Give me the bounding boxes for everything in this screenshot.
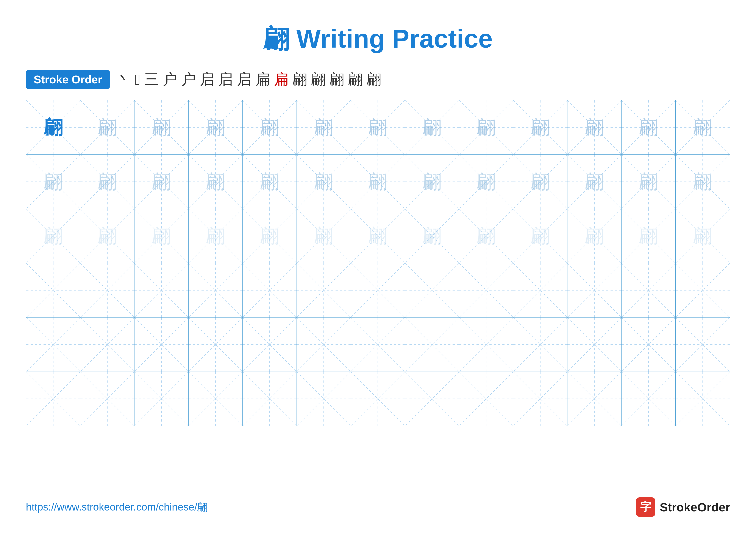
cell-r5-c11[interactable] — [567, 318, 622, 371]
cell-r5-c7[interactable] — [351, 318, 405, 371]
cell-r3-c4[interactable]: 翩 — [189, 209, 243, 263]
cell-r4-c1[interactable] — [26, 263, 80, 317]
cell-r2-c4[interactable]: 翩 — [189, 155, 243, 209]
cell-r3-c9[interactable]: 翩 — [459, 209, 513, 263]
stroke-3: 三 — [144, 69, 159, 89]
footer: https://www.strokeorder.com/chinese/翩 字 … — [26, 497, 730, 517]
cell-r5-c13[interactable] — [676, 318, 730, 371]
cell-r1-c3[interactable]: 翩 — [134, 100, 189, 154]
cell-r5-c10[interactable] — [513, 318, 567, 371]
cell-r5-c2[interactable] — [80, 318, 134, 371]
cell-r1-c10[interactable]: 翩 — [513, 100, 567, 154]
cell-r2-c1[interactable]: 翩 — [26, 155, 80, 209]
cell-r1-c11[interactable]: 翩 — [567, 100, 622, 154]
char-r2-c6: 翩 — [314, 172, 333, 191]
cell-r2-c7[interactable]: 翩 — [351, 155, 405, 209]
cell-r2-c8[interactable]: 翩 — [405, 155, 459, 209]
cell-r4-c10[interactable] — [513, 263, 567, 317]
cell-r1-c6[interactable]: 翩 — [297, 100, 351, 154]
char-r3-c3: 翩 — [152, 227, 171, 245]
cell-r1-c4[interactable]: 翩 — [189, 100, 243, 154]
cell-r2-c6[interactable]: 翩 — [297, 155, 351, 209]
char-r2-c12: 翩 — [639, 172, 658, 191]
cell-r5-c5[interactable] — [243, 318, 297, 371]
stroke-13: 翩 — [330, 69, 344, 89]
cell-r6-c7[interactable] — [351, 372, 405, 426]
char-r1-c13: 翩 — [693, 118, 712, 137]
footer-url-link[interactable]: https://www.strokeorder.com/chinese/翩 — [26, 500, 207, 514]
cell-r6-c8[interactable] — [405, 372, 459, 426]
cell-r2-c9[interactable]: 翩 — [459, 155, 513, 209]
cell-r6-c6[interactable] — [297, 372, 351, 426]
cell-r5-c8[interactable] — [405, 318, 459, 371]
cell-r2-c3[interactable]: 翩 — [134, 155, 189, 209]
grid-row-5 — [26, 318, 730, 372]
char-r1-c11: 翩 — [585, 118, 604, 137]
cell-r2-c11[interactable]: 翩 — [567, 155, 622, 209]
cell-r6-c4[interactable] — [189, 372, 243, 426]
cell-r4-c3[interactable] — [134, 263, 189, 317]
cell-r6-c11[interactable] — [567, 372, 622, 426]
cell-r3-c5[interactable]: 翩 — [243, 209, 297, 263]
cell-r6-c13[interactable] — [676, 372, 730, 426]
cell-r1-c5[interactable]: 翩 — [243, 100, 297, 154]
cell-r3-c2[interactable]: 翩 — [80, 209, 134, 263]
cell-r5-c4[interactable] — [189, 318, 243, 371]
cell-r4-c4[interactable] — [189, 263, 243, 317]
cell-r5-c12[interactable] — [622, 318, 676, 371]
cell-r5-c9[interactable] — [459, 318, 513, 371]
cell-r6-c3[interactable] — [134, 372, 189, 426]
cell-r6-c5[interactable] — [243, 372, 297, 426]
cell-r1-c12[interactable]: 翩 — [622, 100, 676, 154]
grid-row-4 — [26, 263, 730, 318]
char-r2-c13: 翩 — [693, 172, 712, 191]
char-r3-c8: 翩 — [422, 227, 442, 245]
cell-r1-c8[interactable]: 翩 — [405, 100, 459, 154]
cell-r3-c10[interactable]: 翩 — [513, 209, 567, 263]
cell-r4-c2[interactable] — [80, 263, 134, 317]
cell-r4-c8[interactable] — [405, 263, 459, 317]
cell-r6-c9[interactable] — [459, 372, 513, 426]
cell-r4-c11[interactable] — [567, 263, 622, 317]
cell-r6-c12[interactable] — [622, 372, 676, 426]
cell-r4-c6[interactable] — [297, 263, 351, 317]
cell-r1-c2[interactable]: 翩 — [80, 100, 134, 154]
cell-r2-c10[interactable]: 翩 — [513, 155, 567, 209]
cell-r1-c7[interactable]: 翩 — [351, 100, 405, 154]
char-r1-c6: 翩 — [314, 118, 333, 137]
cell-r3-c1[interactable]: 翩 — [26, 209, 80, 263]
cell-r1-c13[interactable]: 翩 — [676, 100, 730, 154]
cell-r1-c1[interactable]: 翩 — [26, 100, 80, 154]
char-r1-c10: 翩 — [531, 118, 550, 137]
cell-r4-c12[interactable] — [622, 263, 676, 317]
cell-r2-c2[interactable]: 翩 — [80, 155, 134, 209]
char-r3-c12: 翩 — [639, 227, 658, 245]
cell-r3-c3[interactable]: 翩 — [134, 209, 189, 263]
cell-r1-c9[interactable]: 翩 — [459, 100, 513, 154]
cell-r6-c10[interactable] — [513, 372, 567, 426]
cell-r4-c7[interactable] — [351, 263, 405, 317]
cell-r5-c3[interactable] — [134, 318, 189, 371]
cell-r3-c7[interactable]: 翩 — [351, 209, 405, 263]
cell-r3-c6[interactable]: 翩 — [297, 209, 351, 263]
cell-r3-c8[interactable]: 翩 — [405, 209, 459, 263]
stroke-7: 启 — [218, 69, 233, 89]
char-r3-c7: 翩 — [368, 227, 387, 245]
cell-r2-c13[interactable]: 翩 — [676, 155, 730, 209]
stroke-2: 𠃌 — [135, 71, 140, 88]
cell-r6-c2[interactable] — [80, 372, 134, 426]
char-r2-c8: 翩 — [422, 172, 442, 191]
cell-r3-c11[interactable]: 翩 — [567, 209, 622, 263]
cell-r3-c13[interactable]: 翩 — [676, 209, 730, 263]
cell-r3-c12[interactable]: 翩 — [622, 209, 676, 263]
cell-r4-c9[interactable] — [459, 263, 513, 317]
cell-r4-c13[interactable] — [676, 263, 730, 317]
cell-r5-c6[interactable] — [297, 318, 351, 371]
strokeorder-logo-icon: 字 — [636, 497, 655, 517]
page-title: 翩 Writing Practice — [26, 21, 730, 57]
cell-r6-c1[interactable] — [26, 372, 80, 426]
cell-r2-c12[interactable]: 翩 — [622, 155, 676, 209]
cell-r5-c1[interactable] — [26, 318, 80, 371]
cell-r4-c5[interactable] — [243, 263, 297, 317]
cell-r2-c5[interactable]: 翩 — [243, 155, 297, 209]
